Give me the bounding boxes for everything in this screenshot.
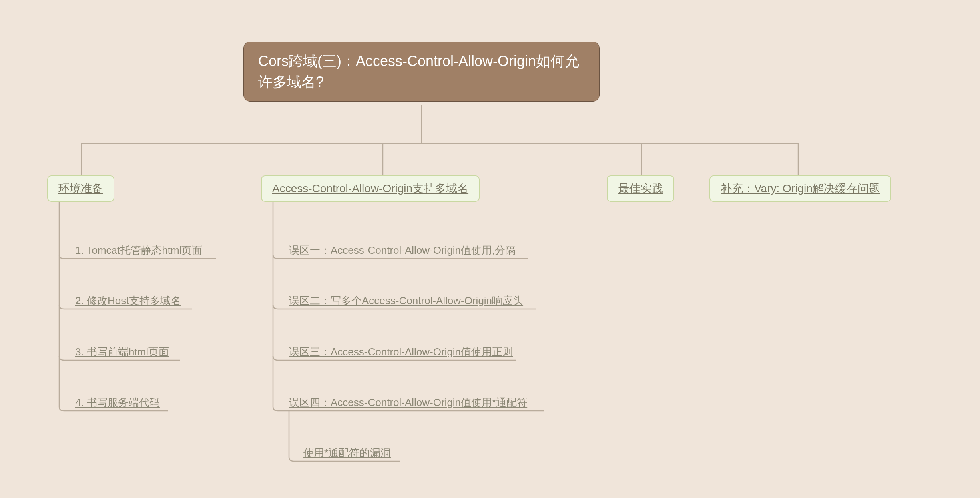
branch-env-prep[interactable]: 环境准备 [47, 175, 114, 202]
leaf-label: 2. 修改Host支持多域名 [75, 295, 181, 307]
branch-label: 环境准备 [58, 181, 103, 196]
leaf-env-1[interactable]: 1. Tomcat托管静态html页面 [75, 243, 202, 257]
leaf-label: 误区二：写多个Access-Control-Allow-Origin响应头 [289, 295, 523, 307]
leaf-label: 3. 书写前端html页面 [75, 346, 169, 358]
leaf-env-4[interactable]: 4. 书写服务端代码 [75, 396, 160, 410]
leaf-label: 误区一：Access-Control-Allow-Origin值使用,分隔 [289, 244, 516, 256]
branch-best-practice[interactable]: 最佳实践 [607, 175, 674, 202]
leaf-label: 4. 书写服务端代码 [75, 396, 160, 408]
branch-label: 补充：Vary: Origin解决缓存问题 [721, 181, 880, 196]
root-node[interactable]: Cors跨域(三)：Access-Control-Allow-Origin如何允… [243, 42, 600, 102]
leaf-acao-4[interactable]: 误区四：Access-Control-Allow-Origin值使用*通配符 [289, 396, 527, 410]
branch-label: 最佳实践 [618, 181, 663, 196]
leaf-env-3[interactable]: 3. 书写前端html页面 [75, 345, 169, 359]
leaf-label: 使用*通配符的漏洞 [303, 447, 391, 459]
leaf-acao-2[interactable]: 误区二：写多个Access-Control-Allow-Origin响应头 [289, 294, 523, 308]
leaf-label: 误区四：Access-Control-Allow-Origin值使用*通配符 [289, 396, 527, 408]
leaf-acao-3[interactable]: 误区三：Access-Control-Allow-Origin值使用正则 [289, 345, 513, 359]
branch-acao-multi[interactable]: Access-Control-Allow-Origin支持多域名 [261, 175, 480, 202]
leaf-label: 误区三：Access-Control-Allow-Origin值使用正则 [289, 346, 513, 358]
leaf-acao-1[interactable]: 误区一：Access-Control-Allow-Origin值使用,分隔 [289, 243, 516, 257]
leaf-wildcard-hole[interactable]: 使用*通配符的漏洞 [303, 446, 391, 460]
leaf-label: 1. Tomcat托管静态html页面 [75, 244, 202, 256]
branch-vary-origin[interactable]: 补充：Vary: Origin解决缓存问题 [709, 175, 891, 202]
root-title: Cors跨域(三)：Access-Control-Allow-Origin如何允… [258, 51, 585, 92]
branch-label: Access-Control-Allow-Origin支持多域名 [272, 181, 468, 196]
leaf-env-2[interactable]: 2. 修改Host支持多域名 [75, 294, 181, 308]
